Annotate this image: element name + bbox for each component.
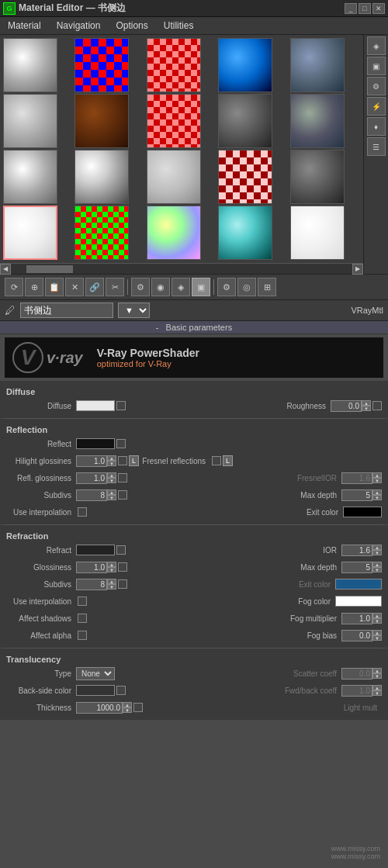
diffuse-color-box[interactable]: [76, 400, 115, 411]
menu-material[interactable]: Material: [5, 19, 44, 33]
affect-shadows-check[interactable]: [78, 614, 87, 623]
max-depth-up[interactable]: ▲: [372, 489, 382, 495]
fog-color-box[interactable]: [335, 596, 382, 607]
hilight-gloss-up[interactable]: ▲: [107, 455, 116, 461]
refr-subdivs-check[interactable]: [118, 579, 127, 589]
ior-input[interactable]: [341, 545, 372, 556]
fresnel-ior-down[interactable]: ▼: [372, 478, 382, 483]
close-button[interactable]: ✕: [372, 3, 385, 14]
refract-color-box[interactable]: [76, 545, 115, 555]
back-side-color-box[interactable]: [76, 685, 115, 696]
right-tool-1[interactable]: ◈: [367, 36, 386, 55]
l-button[interactable]: L: [129, 455, 139, 466]
h-scrollbar[interactable]: ◀ ▶: [0, 263, 363, 274]
refr-gloss-check[interactable]: [118, 562, 127, 572]
preview-sphere-13[interactable]: [218, 150, 272, 204]
scatter-coeff-up[interactable]: ▲: [372, 668, 382, 673]
max-depth-down[interactable]: ▼: [372, 495, 382, 500]
roughness-up[interactable]: ▲: [362, 400, 371, 406]
type-dropdown[interactable]: None: [76, 667, 115, 680]
tool-link[interactable]: 🔗: [85, 278, 104, 296]
refr-max-depth-down[interactable]: ▼: [372, 567, 382, 572]
refr-gloss-up[interactable]: ▲: [107, 562, 116, 567]
preview-sphere-17[interactable]: [147, 206, 201, 260]
scroll-right-btn[interactable]: ▶: [352, 264, 363, 275]
subdivs-down[interactable]: ▼: [107, 495, 116, 500]
preview-sphere-1[interactable]: [74, 38, 129, 92]
thickness-up[interactable]: ▲: [123, 702, 132, 707]
back-side-check[interactable]: [116, 686, 126, 695]
fog-mult-input[interactable]: [341, 613, 372, 624]
refr-subdivs-up[interactable]: ▲: [107, 579, 116, 584]
preview-sphere-12[interactable]: [147, 150, 201, 204]
refr-interp-check[interactable]: [78, 597, 87, 606]
scatter-coeff-down[interactable]: ▼: [372, 673, 382, 679]
tool-copy[interactable]: 📋: [45, 278, 64, 296]
refl-gloss-down[interactable]: ▼: [107, 478, 116, 483]
tool-settings[interactable]: ⚙: [217, 278, 236, 296]
menu-utilities[interactable]: Utilities: [161, 19, 197, 33]
preview-sphere-5[interactable]: [3, 94, 57, 148]
right-tool-6[interactable]: ☰: [367, 137, 386, 156]
material-name-input[interactable]: [20, 303, 113, 318]
hilight-gloss-input[interactable]: [76, 455, 107, 467]
menu-options[interactable]: Options: [113, 19, 151, 33]
refract-check[interactable]: [116, 545, 126, 555]
affect-alpha-check[interactable]: [78, 631, 87, 640]
refl-gloss-up[interactable]: ▲: [107, 472, 116, 478]
roughness-check[interactable]: [372, 401, 382, 410]
subdivs-check[interactable]: [118, 490, 127, 500]
preview-sphere-9[interactable]: [290, 94, 345, 148]
refr-subdivs-down[interactable]: ▼: [107, 584, 116, 590]
hilight-gloss-down[interactable]: ▼: [107, 461, 116, 466]
use-interp-check[interactable]: [78, 507, 87, 517]
preview-sphere-8[interactable]: [218, 94, 272, 148]
material-type-dropdown[interactable]: ▼: [118, 303, 150, 318]
exit-color-box[interactable]: [343, 507, 382, 517]
ior-down[interactable]: ▼: [372, 550, 382, 555]
preview-sphere-15[interactable]: [3, 206, 57, 260]
fog-mult-down[interactable]: ▼: [372, 618, 382, 624]
subdivs-input[interactable]: [76, 489, 107, 501]
refl-gloss-check[interactable]: [118, 473, 127, 482]
tool-delete[interactable]: ✕: [65, 278, 84, 296]
fwd-back-down[interactable]: ▼: [372, 690, 382, 696]
ior-up[interactable]: ▲: [372, 545, 382, 550]
tool-misc2[interactable]: ⊞: [258, 278, 276, 296]
refr-max-depth-input[interactable]: [341, 562, 372, 573]
fresnel-l-button[interactable]: L: [223, 455, 233, 466]
preview-sphere-19[interactable]: [290, 206, 345, 260]
reflect-check[interactable]: [116, 439, 126, 448]
max-depth-input[interactable]: [341, 489, 372, 501]
fresnel-check[interactable]: [212, 456, 221, 465]
scroll-track[interactable]: [11, 264, 352, 274]
minimize-button[interactable]: _: [345, 3, 357, 14]
refr-subdivs-input[interactable]: [76, 579, 107, 590]
preview-sphere-2[interactable]: [147, 38, 201, 92]
tool-render[interactable]: ⟳: [5, 278, 23, 296]
refr-exit-color-box[interactable]: [335, 579, 382, 590]
scroll-thumb[interactable]: [26, 265, 73, 273]
preview-sphere-11[interactable]: [74, 150, 129, 204]
tool-box[interactable]: ◈: [171, 278, 190, 296]
preview-sphere-10[interactable]: [3, 150, 57, 204]
right-tool-4[interactable]: ⚡: [367, 97, 386, 116]
fog-bias-input[interactable]: [341, 630, 372, 641]
fwd-back-input[interactable]: [341, 685, 372, 697]
thickness-check[interactable]: [133, 703, 143, 712]
roughness-input[interactable]: [331, 400, 362, 412]
right-tool-2[interactable]: ▣: [367, 57, 386, 75]
tool-add[interactable]: ⊕: [25, 278, 43, 296]
scatter-coeff-input[interactable]: [341, 668, 372, 680]
preview-sphere-0[interactable]: [3, 38, 57, 92]
preview-sphere-14[interactable]: [290, 150, 345, 204]
fog-mult-up[interactable]: ▲: [372, 613, 382, 618]
fog-bias-down[interactable]: ▼: [372, 635, 382, 641]
tool-options[interactable]: ⚙: [131, 278, 150, 296]
maximize-button[interactable]: □: [359, 3, 371, 14]
preview-sphere-7[interactable]: [147, 94, 201, 148]
refr-max-depth-up[interactable]: ▲: [372, 562, 382, 567]
thickness-down[interactable]: ▼: [123, 707, 132, 713]
preview-sphere-4[interactable]: [290, 38, 345, 92]
fresnel-ior-up[interactable]: ▲: [372, 472, 382, 478]
